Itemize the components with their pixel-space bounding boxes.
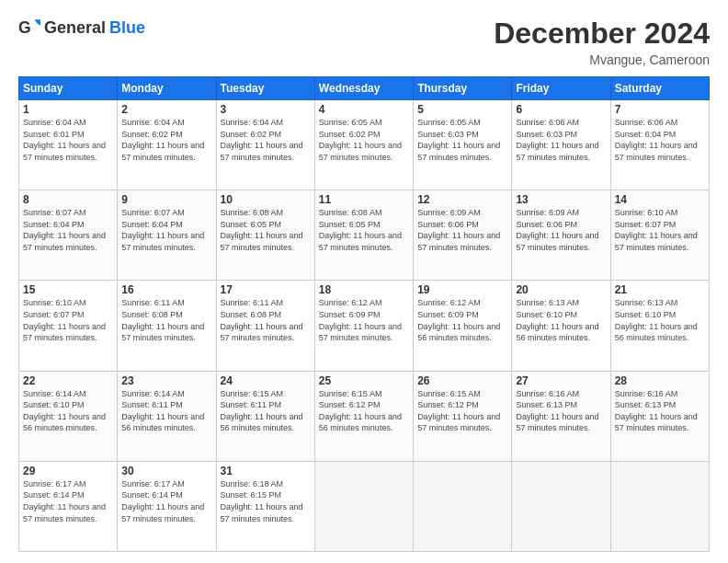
calendar-cell: 15Sunrise: 6:10 AMSunset: 6:07 PMDayligh… [19, 281, 118, 371]
day-info: Sunrise: 6:11 AMSunset: 6:08 PMDaylight:… [121, 297, 211, 343]
day-info: Sunrise: 6:18 AMSunset: 6:15 PMDaylight:… [221, 478, 311, 524]
calendar-cell: 28Sunrise: 6:16 AMSunset: 6:13 PMDayligh… [610, 371, 709, 461]
month-title: December 2024 [494, 17, 710, 51]
calendar-cell [512, 461, 610, 551]
page: G GeneralBlue December 2024 Mvangue, Cam… [0, 0, 728, 563]
calendar-cell: 18Sunrise: 6:12 AMSunset: 6:09 PMDayligh… [314, 281, 413, 371]
calendar-cell: 26Sunrise: 6:15 AMSunset: 6:12 PMDayligh… [414, 371, 512, 461]
calendar-cell [610, 461, 709, 551]
calendar-header-cell: Monday [118, 77, 216, 100]
logo-icon: G [18, 17, 40, 39]
day-info: Sunrise: 6:07 AMSunset: 6:04 PMDaylight:… [121, 207, 211, 253]
day-info: Sunrise: 6:09 AMSunset: 6:06 PMDaylight:… [417, 207, 507, 253]
logo-area: G GeneralBlue [18, 17, 145, 39]
calendar-cell: 12Sunrise: 6:09 AMSunset: 6:06 PMDayligh… [414, 190, 512, 281]
calendar-week-row: 1Sunrise: 6:04 AMSunset: 6:01 PMDaylight… [19, 100, 710, 190]
day-info: Sunrise: 6:12 AMSunset: 6:09 PMDaylight:… [417, 297, 507, 343]
calendar-header-cell: Thursday [414, 77, 512, 100]
day-info: Sunrise: 6:16 AMSunset: 6:13 PMDaylight:… [516, 388, 606, 434]
calendar-cell: 19Sunrise: 6:12 AMSunset: 6:09 PMDayligh… [414, 281, 512, 371]
day-info: Sunrise: 6:15 AMSunset: 6:11 PMDaylight:… [221, 388, 311, 434]
day-number: 31 [221, 465, 311, 477]
calendar-cell: 6Sunrise: 6:06 AMSunset: 6:03 PMDaylight… [512, 100, 610, 190]
svg-text:G: G [18, 18, 31, 37]
day-info: Sunrise: 6:04 AMSunset: 6:02 PMDaylight:… [121, 117, 211, 163]
calendar-header-cell: Saturday [610, 77, 709, 100]
day-info: Sunrise: 6:09 AMSunset: 6:06 PMDaylight:… [516, 207, 606, 253]
calendar-cell: 7Sunrise: 6:06 AMSunset: 6:04 PMDaylight… [610, 100, 709, 190]
calendar-cell: 24Sunrise: 6:15 AMSunset: 6:11 PMDayligh… [216, 371, 314, 461]
day-number: 19 [417, 283, 507, 296]
day-number: 25 [319, 374, 409, 387]
calendar-cell: 2Sunrise: 6:04 AMSunset: 6:02 PMDaylight… [118, 100, 216, 190]
calendar-cell: 13Sunrise: 6:09 AMSunset: 6:06 PMDayligh… [512, 190, 610, 281]
calendar-header-cell: Friday [512, 77, 610, 100]
day-info: Sunrise: 6:17 AMSunset: 6:14 PMDaylight:… [23, 478, 113, 524]
calendar-cell: 3Sunrise: 6:04 AMSunset: 6:02 PMDaylight… [216, 100, 314, 190]
calendar-cell: 14Sunrise: 6:10 AMSunset: 6:07 PMDayligh… [610, 190, 709, 281]
day-info: Sunrise: 6:16 AMSunset: 6:13 PMDaylight:… [615, 388, 705, 434]
calendar-cell [314, 461, 413, 551]
logo-blue: Blue [109, 18, 145, 38]
calendar-cell: 20Sunrise: 6:13 AMSunset: 6:10 PMDayligh… [512, 281, 610, 371]
day-number: 3 [221, 103, 311, 116]
calendar-cell: 10Sunrise: 6:08 AMSunset: 6:05 PMDayligh… [216, 190, 314, 281]
calendar-cell: 25Sunrise: 6:15 AMSunset: 6:12 PMDayligh… [314, 371, 413, 461]
day-number: 18 [319, 283, 409, 296]
calendar-cell: 1Sunrise: 6:04 AMSunset: 6:01 PMDaylight… [19, 100, 118, 190]
day-number: 13 [516, 193, 606, 206]
day-info: Sunrise: 6:14 AMSunset: 6:10 PMDaylight:… [23, 388, 113, 434]
day-info: Sunrise: 6:05 AMSunset: 6:03 PMDaylight:… [417, 117, 507, 163]
day-number: 6 [516, 103, 606, 116]
calendar-cell: 16Sunrise: 6:11 AMSunset: 6:08 PMDayligh… [118, 281, 216, 371]
day-number: 29 [23, 465, 113, 477]
calendar-header-cell: Tuesday [216, 77, 314, 100]
logo: G GeneralBlue [18, 17, 145, 39]
calendar-cell: 27Sunrise: 6:16 AMSunset: 6:13 PMDayligh… [512, 371, 610, 461]
day-info: Sunrise: 6:08 AMSunset: 6:05 PMDaylight:… [221, 207, 311, 253]
calendar-header-cell: Wednesday [314, 77, 413, 100]
calendar-header-row: SundayMondayTuesdayWednesdayThursdayFrid… [19, 77, 710, 100]
day-number: 2 [121, 103, 211, 116]
calendar-cell: 4Sunrise: 6:05 AMSunset: 6:02 PMDaylight… [314, 100, 413, 190]
day-info: Sunrise: 6:05 AMSunset: 6:02 PMDaylight:… [319, 117, 409, 163]
day-number: 8 [23, 193, 113, 206]
day-number: 7 [615, 103, 705, 116]
day-info: Sunrise: 6:06 AMSunset: 6:03 PMDaylight:… [516, 117, 606, 163]
day-number: 14 [615, 193, 705, 206]
day-number: 11 [319, 193, 409, 206]
day-info: Sunrise: 6:06 AMSunset: 6:04 PMDaylight:… [615, 117, 705, 163]
day-number: 16 [121, 283, 211, 296]
day-number: 4 [319, 103, 409, 116]
day-info: Sunrise: 6:07 AMSunset: 6:04 PMDaylight:… [23, 207, 113, 253]
calendar-body: 1Sunrise: 6:04 AMSunset: 6:01 PMDaylight… [19, 100, 710, 552]
day-info: Sunrise: 6:13 AMSunset: 6:10 PMDaylight:… [516, 297, 606, 343]
calendar-cell: 8Sunrise: 6:07 AMSunset: 6:04 PMDaylight… [19, 190, 118, 281]
day-number: 24 [221, 374, 311, 387]
calendar-cell: 17Sunrise: 6:11 AMSunset: 6:08 PMDayligh… [216, 281, 314, 371]
day-info: Sunrise: 6:04 AMSunset: 6:02 PMDaylight:… [221, 117, 311, 163]
calendar-cell: 29Sunrise: 6:17 AMSunset: 6:14 PMDayligh… [19, 461, 118, 551]
calendar-week-row: 15Sunrise: 6:10 AMSunset: 6:07 PMDayligh… [19, 281, 710, 371]
day-info: Sunrise: 6:11 AMSunset: 6:08 PMDaylight:… [221, 297, 311, 343]
day-info: Sunrise: 6:17 AMSunset: 6:14 PMDaylight:… [121, 478, 211, 524]
day-info: Sunrise: 6:13 AMSunset: 6:10 PMDaylight:… [615, 297, 705, 343]
day-number: 15 [23, 283, 113, 296]
calendar-cell: 31Sunrise: 6:18 AMSunset: 6:15 PMDayligh… [216, 461, 314, 551]
day-number: 9 [121, 193, 211, 206]
calendar-cell [414, 461, 512, 551]
day-number: 21 [615, 283, 705, 296]
day-number: 26 [417, 374, 507, 387]
calendar-cell: 21Sunrise: 6:13 AMSunset: 6:10 PMDayligh… [610, 281, 709, 371]
day-number: 5 [417, 103, 507, 116]
header: G GeneralBlue December 2024 Mvangue, Cam… [18, 17, 710, 67]
day-info: Sunrise: 6:04 AMSunset: 6:01 PMDaylight:… [23, 117, 113, 163]
day-number: 23 [121, 374, 211, 387]
day-number: 17 [221, 283, 311, 296]
calendar-table: SundayMondayTuesdayWednesdayThursdayFrid… [18, 76, 710, 552]
calendar-header-cell: Sunday [19, 77, 118, 100]
logo-general: General [44, 18, 106, 38]
location: Mvangue, Cameroon [494, 52, 710, 67]
day-number: 1 [23, 103, 113, 116]
day-number: 20 [516, 283, 606, 296]
